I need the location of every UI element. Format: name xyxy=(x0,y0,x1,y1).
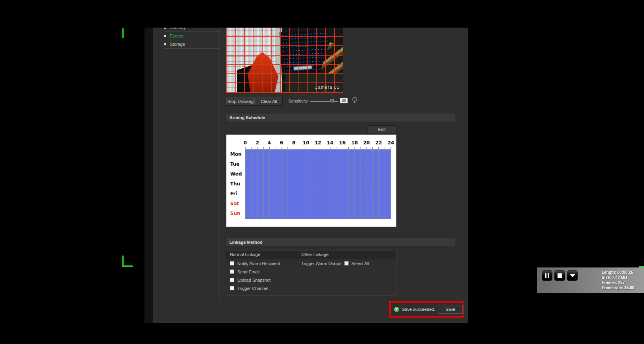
upload-snapshot-option[interactable]: Upload Snapshot xyxy=(230,276,270,284)
bulb-icon xyxy=(352,97,357,104)
trigger-alarm-output-row: Trigger Alarm Output Select All xyxy=(301,259,369,267)
hour-tick-label: 20 xyxy=(363,140,370,146)
trigger-channel-option[interactable]: Trigger Channel xyxy=(230,284,268,292)
stop-icon xyxy=(558,273,562,278)
sidebar-item-storage[interactable]: Storage xyxy=(164,40,220,49)
recorder-overlay: Length: 00:00:26 Size: 7.43 MB Frames: 3… xyxy=(537,267,644,293)
camera-preview[interactable]: Camera 01 xyxy=(226,28,343,93)
hour-tick-label: 14 xyxy=(327,140,334,146)
sidebar: Security Events Storage xyxy=(153,28,220,300)
day-label-fri: Fri xyxy=(230,189,244,199)
checkbox[interactable] xyxy=(230,278,234,282)
camera-name-osd: Camera 01 xyxy=(315,85,340,90)
day-label-tue: Tue xyxy=(230,159,244,169)
save-highlight-annotation: ✓ Save succeeded. Save xyxy=(389,301,464,318)
recorder-size: Size: 7.43 MB xyxy=(602,275,634,280)
stop-drawing-button[interactable]: Stop Drawing xyxy=(226,97,255,106)
select-all-label: Select All xyxy=(351,261,369,266)
hour-tick-label: 22 xyxy=(376,140,382,146)
hour-tick-label: 18 xyxy=(351,140,358,146)
checkbox[interactable] xyxy=(230,286,234,290)
trigger-alarm-output-label: Trigger Alarm Output xyxy=(301,261,342,266)
select-all-checkbox[interactable] xyxy=(344,261,349,265)
recorder-framerate: Frame rate: 15.00 xyxy=(602,285,634,290)
hour-tick-label: 16 xyxy=(339,140,346,146)
day-label-thu: Thu xyxy=(230,179,244,189)
stop-button[interactable] xyxy=(554,270,565,281)
sensitivity-slider[interactable] xyxy=(310,101,338,102)
day-label-sun: Sun xyxy=(230,209,244,219)
motion-grid-overlay[interactable] xyxy=(226,28,343,93)
clear-all-button[interactable]: Clear All xyxy=(255,97,283,106)
recorder-menu-button[interactable] xyxy=(567,270,578,281)
letterbox-edge xyxy=(145,28,153,323)
screen: Security Events Storage Camera 01 xyxy=(0,0,644,344)
other-linkage-header: Other Linkage xyxy=(301,251,329,259)
hour-tick-label: 12 xyxy=(315,140,321,146)
hour-tick-label: 10 xyxy=(303,140,310,146)
bullet-icon xyxy=(164,28,166,29)
pause-icon xyxy=(545,273,549,278)
sidebar-item-security[interactable]: Security xyxy=(164,28,220,32)
edit-schedule-button[interactable]: Edit xyxy=(367,125,396,133)
sidebar-item-events[interactable]: Events xyxy=(164,32,220,40)
hour-tick-label: 6 xyxy=(280,140,283,146)
notify-alarm-recipient-option[interactable]: Notify Alarm Recipient xyxy=(230,259,280,267)
send-email-option[interactable]: Send Email xyxy=(230,267,259,276)
bullet-icon xyxy=(164,35,166,37)
recording-marker-top xyxy=(122,28,124,38)
checkbox-label: Trigger Channel xyxy=(237,286,268,291)
schedule-armed-area[interactable] xyxy=(245,150,391,219)
success-check-icon: ✓ xyxy=(394,307,399,312)
linkage-method-header: Linkage Method xyxy=(226,238,455,246)
day-label-sat: Sat xyxy=(230,199,244,209)
sensitivity-value[interactable]: 80 xyxy=(340,98,348,103)
linkage-table-head: Normal Linkage Other Linkage xyxy=(226,251,396,259)
checkbox-label: Upload Snapshot xyxy=(237,278,270,282)
checkbox-label: Send Email xyxy=(237,269,259,274)
recording-marker-corner-v xyxy=(122,256,124,267)
day-label-mon: Mon xyxy=(230,150,244,159)
pause-button[interactable] xyxy=(542,270,552,281)
settings-panel: Security Events Storage Camera 01 xyxy=(153,28,468,323)
column-divider xyxy=(299,251,299,296)
arming-schedule-grid: 0 2 4 6 8 10 12 14 16 18 20 22 24 Mon Tu… xyxy=(226,135,396,227)
sidebar-item-label: Storage xyxy=(170,42,185,47)
checkbox[interactable] xyxy=(230,269,234,274)
checkbox-label: Notify Alarm Recipient xyxy=(237,261,280,266)
checkbox[interactable] xyxy=(230,261,234,265)
hour-tick-label: 0 xyxy=(244,140,247,146)
day-label-wed: Wed xyxy=(230,169,244,179)
recording-marker-corner-h xyxy=(122,265,133,267)
sidebar-item-label: Events xyxy=(170,34,183,38)
hour-tick-label: 24 xyxy=(388,140,394,146)
sidebar-item-label: Security xyxy=(170,28,186,30)
recorder-stats: Length: 00:00:26 Size: 7.43 MB Frames: 3… xyxy=(602,270,634,290)
sensitivity-label: Sensitivity xyxy=(288,99,308,103)
bullet-icon xyxy=(164,43,166,45)
recorder-frames: Frames: 357 xyxy=(602,280,634,285)
footer-divider xyxy=(153,300,468,300)
hour-tick-label: 2 xyxy=(256,140,259,146)
save-status-message: Save succeeded. xyxy=(402,307,435,312)
normal-linkage-header: Normal Linkage xyxy=(230,251,260,259)
recorder-length: Length: 00:00:26 xyxy=(602,270,634,275)
hour-tick-label: 4 xyxy=(268,140,271,146)
hour-tick-label: 8 xyxy=(292,140,295,146)
arming-schedule-header: Arming Schedule xyxy=(226,114,455,122)
linkage-table: Normal Linkage Other Linkage Notify Alar… xyxy=(226,250,396,296)
save-button[interactable]: Save xyxy=(438,305,463,314)
chevron-down-icon xyxy=(570,274,575,277)
slider-handle[interactable] xyxy=(330,99,334,103)
